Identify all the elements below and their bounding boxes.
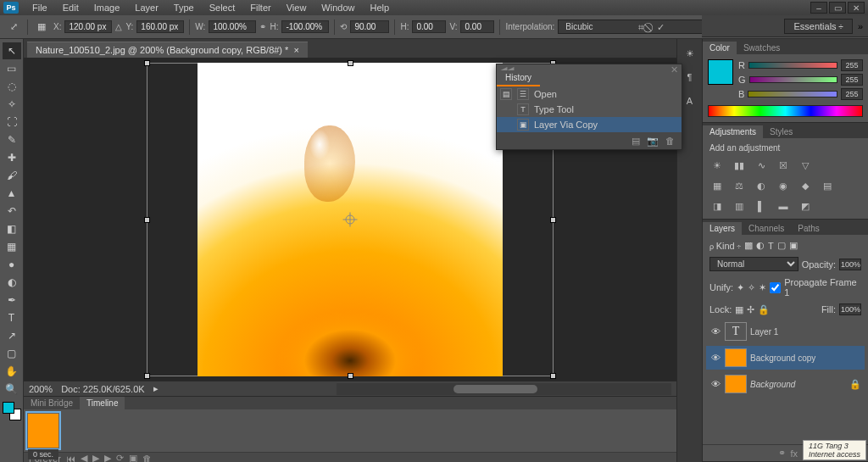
tab-paths[interactable]: Paths (791, 222, 826, 235)
layer-name[interactable]: Background (750, 380, 795, 389)
filter-shape-icon[interactable]: ▢ (777, 240, 786, 251)
workspace-menu-icon[interactable]: » (858, 21, 863, 31)
channel-mixer-adj-icon[interactable]: ◆ (798, 178, 813, 193)
tab-swatches[interactable]: Swatches (737, 42, 787, 54)
filter-pixel-icon[interactable]: ▩ (744, 240, 753, 251)
h-input[interactable] (281, 20, 329, 33)
handle-top-mid[interactable] (348, 60, 353, 66)
g-slider[interactable] (749, 76, 837, 83)
link-layers-icon[interactable]: ⚭ (778, 448, 786, 459)
maximize-button[interactable]: ▭ (829, 2, 846, 14)
menu-help[interactable]: Help (363, 1, 396, 14)
unify-visibility-icon[interactable]: ✧ (748, 282, 755, 293)
zoom-display[interactable]: 200% (29, 384, 53, 394)
lasso-tool[interactable]: ◌ (3, 78, 21, 95)
tab-styles[interactable]: Styles (763, 125, 799, 138)
history-state-type[interactable]: T Type Tool (497, 102, 682, 117)
layer-row-0[interactable]: 👁 T Layer 1 (706, 320, 865, 343)
fill-input[interactable]: 100% (839, 303, 861, 315)
panel-collapse-icon[interactable]: ◀◀ (500, 64, 514, 70)
close-button[interactable]: ✕ (848, 2, 865, 14)
play-icon[interactable]: ▶ (92, 453, 99, 462)
handle-bot-right[interactable] (550, 373, 556, 379)
minimize-button[interactable]: – (810, 2, 827, 14)
selective-color-adj-icon[interactable]: ◩ (798, 198, 813, 214)
vibrance-adj-icon[interactable]: ▽ (798, 158, 813, 173)
path-tool[interactable]: ↗ (3, 327, 21, 344)
frame-thumbnail[interactable]: 0 sec. (27, 413, 59, 448)
layer-row-2[interactable]: 👁 Background 🔒 (706, 372, 865, 396)
blur-tool[interactable]: ● (3, 256, 21, 273)
brightness-icon[interactable]: ☀ (681, 44, 699, 63)
b-value[interactable]: 255 (841, 88, 863, 100)
bw-adj-icon[interactable]: ◐ (754, 178, 769, 193)
dodge-tool[interactable]: ◐ (3, 274, 21, 291)
brightness-adj-icon[interactable]: ☀ (709, 158, 725, 173)
handle-bot-mid[interactable] (348, 373, 353, 379)
history-state-open[interactable]: ▤ ☰ Open (497, 86, 682, 102)
threshold-adj-icon[interactable]: ▌ (754, 198, 769, 214)
b-slider[interactable] (748, 91, 837, 97)
menu-filter[interactable]: Filter (243, 1, 277, 14)
reference-point-icon[interactable]: ▦ (33, 19, 50, 36)
layer-name[interactable]: Background copy (750, 353, 815, 363)
healing-tool[interactable]: ✚ (3, 149, 21, 166)
visibility-icon[interactable]: 👁 (709, 379, 721, 389)
menu-edit[interactable]: Edit (56, 1, 86, 14)
lock-position-icon[interactable]: ✢ (747, 304, 754, 315)
wand-tool[interactable]: ✧ (3, 96, 21, 113)
new-frame-icon[interactable]: ▣ (129, 453, 137, 462)
scrollbar-thumb[interactable] (453, 385, 537, 393)
hue-adj-icon[interactable]: ▦ (709, 178, 725, 193)
lock-all-icon[interactable]: 🔒 (758, 304, 770, 315)
r-value[interactable]: 255 (841, 59, 863, 71)
opacity-input[interactable]: 100% (839, 259, 861, 270)
history-state-layer-via-copy[interactable]: ▣ Layer Via Copy (497, 117, 682, 132)
handle-bot-left[interactable] (144, 373, 150, 379)
menu-select[interactable]: Select (203, 1, 242, 14)
close-tab-icon[interactable]: × (293, 45, 298, 55)
handle-top-left[interactable] (144, 60, 150, 66)
tab-layers[interactable]: Layers (703, 222, 742, 235)
first-frame-icon[interactable]: ⏮ (66, 454, 75, 463)
photo-filter-adj-icon[interactable]: ◉ (776, 178, 791, 193)
next-frame-icon[interactable]: ▶ (104, 453, 111, 462)
status-arrow-icon[interactable]: ▸ (153, 383, 159, 394)
tween-icon[interactable]: ⟳ (116, 453, 124, 462)
handle-mid-left[interactable] (144, 217, 150, 223)
visibility-icon[interactable]: 👁 (709, 326, 721, 337)
transform-bounding-box[interactable] (147, 63, 554, 376)
warp-icon[interactable]: ⌗ (638, 22, 643, 33)
prev-frame-icon[interactable]: ◀ (81, 453, 87, 462)
commit-transform-icon[interactable]: ✓ (657, 22, 665, 33)
type-tool[interactable]: T (3, 309, 21, 326)
invert-adj-icon[interactable]: ◨ (709, 198, 725, 214)
color-swatches[interactable] (3, 402, 21, 420)
angle-input[interactable] (350, 20, 389, 33)
tab-adjustments[interactable]: Adjustments (703, 125, 763, 138)
vskew-input[interactable] (460, 20, 494, 33)
delta-icon[interactable]: △ (115, 22, 122, 31)
paragraph-panel-icon[interactable]: ¶ (681, 68, 699, 86)
layer-row-1[interactable]: 👁 Background copy (706, 346, 865, 370)
filter-type-icon[interactable]: T (768, 241, 774, 251)
brush-tool[interactable]: 🖌 (3, 167, 21, 184)
character-panel-icon[interactable]: A (681, 92, 699, 110)
filter-smart-icon[interactable]: ▣ (789, 240, 798, 251)
tab-timeline[interactable]: Timeline (80, 397, 125, 409)
shape-tool[interactable]: ▢ (3, 345, 21, 362)
marquee-tool[interactable]: ▭ (3, 60, 21, 77)
history-brush-tool[interactable]: ↶ (3, 203, 21, 220)
r-slider[interactable] (748, 62, 837, 69)
tab-mini-bridge[interactable]: Mini Bridge (24, 397, 80, 409)
menu-window[interactable]: Window (314, 1, 361, 14)
unify-position-icon[interactable]: ✦ (737, 282, 744, 293)
transform-icon[interactable]: ⤢ (5, 19, 22, 36)
delete-frame-icon[interactable]: 🗑 (142, 454, 152, 463)
color-preview-swatch[interactable] (708, 59, 733, 85)
lookup-adj-icon[interactable]: ▤ (820, 178, 835, 193)
w-input[interactable] (209, 20, 256, 33)
delete-state-icon[interactable]: 🗑 (665, 136, 675, 146)
blend-mode-select[interactable]: Normal (709, 257, 798, 271)
workspace-preset-button[interactable]: Essentials ÷ (784, 19, 852, 34)
